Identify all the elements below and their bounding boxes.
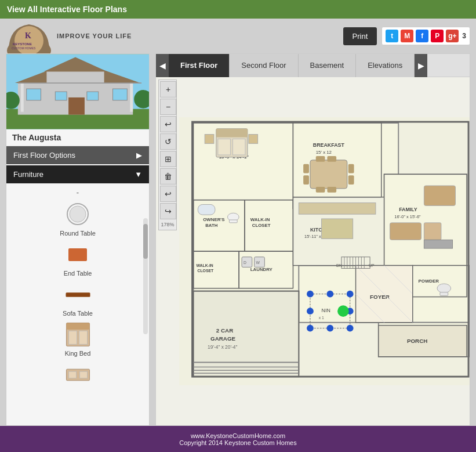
svg-text:16'-0" x 15'-6": 16'-0" x 15'-6": [394, 214, 421, 219]
furniture-dropdown[interactable]: Furniture ▼: [6, 165, 149, 183]
header-right: Print t M f P g+ 3: [343, 27, 470, 45]
svg-text:CLOSET: CLOSET: [197, 269, 214, 273]
gmail-icon[interactable]: M: [401, 30, 413, 42]
tabs-row: ◀ First Floor Second Floor Basement Elev…: [156, 54, 470, 77]
gplus-icon[interactable]: g+: [446, 30, 459, 42]
svg-point-105: [347, 325, 354, 332]
svg-text:KEYSTONE: KEYSTONE: [13, 42, 32, 46]
left-panel: The Augusta First Floor Options ▶ Furnit…: [6, 53, 150, 426]
logo-text: IMPROVE YOUR LIFE: [57, 32, 132, 39]
svg-text:NIN: NIN: [322, 308, 330, 313]
svg-text:BATH: BATH: [205, 223, 218, 228]
svg-rect-85: [424, 240, 452, 248]
undo-button[interactable]: ↩: [160, 186, 176, 202]
logo: K KEYSTONE CUSTOM HOMES: [6, 19, 52, 53]
header-row: K KEYSTONE CUSTOM HOMES IMPROVE YOUR LIF…: [0, 19, 476, 53]
extra-furniture-icon: [65, 361, 91, 388]
content-area: The Augusta First Floor Options ▶ Furnit…: [0, 53, 476, 426]
svg-rect-30: [68, 371, 76, 378]
svg-point-101: [307, 308, 314, 314]
svg-rect-58: [218, 139, 231, 155]
twitter-icon[interactable]: t: [386, 30, 398, 42]
floor-options-arrow-icon: ▶: [136, 151, 142, 160]
social-bar: t M f P g+ 3: [381, 27, 470, 45]
svg-text:PORCH: PORCH: [407, 338, 427, 344]
scroll-thumb: [143, 224, 148, 259]
svg-rect-76: [303, 175, 309, 185]
round-table-icon: [65, 201, 91, 227]
svg-rect-57: [216, 129, 248, 138]
furniture-label: Furniture: [13, 170, 43, 179]
svg-rect-13: [55, 92, 67, 100]
sofa-table-icon: [65, 281, 91, 308]
end-table-label: End Table: [64, 270, 92, 277]
reset-button[interactable]: ↺: [160, 133, 176, 150]
zoom-level-label: 178%: [160, 220, 175, 229]
svg-rect-9: [46, 71, 104, 86]
zoom-out-button[interactable]: −: [160, 99, 176, 115]
social-count: 3: [462, 32, 466, 40]
tab-elevations[interactable]: Elevations: [356, 54, 415, 77]
back-button[interactable]: ↩: [160, 116, 176, 132]
furniture-item[interactable]: King Bed: [11, 321, 144, 357]
svg-rect-84: [424, 223, 441, 240]
tabs-next-button[interactable]: ▶: [415, 54, 427, 77]
delete-button[interactable]: 🗑: [160, 168, 176, 185]
svg-rect-128: [198, 204, 215, 215]
print-button[interactable]: Print: [343, 27, 377, 45]
svg-rect-70: [310, 160, 347, 189]
svg-rect-71: [316, 156, 325, 162]
svg-rect-82: [424, 186, 455, 205]
svg-rect-74: [327, 187, 336, 193]
svg-text:BREAKFAST: BREAKFAST: [313, 142, 345, 148]
svg-text:W: W: [256, 261, 260, 265]
svg-rect-109: [194, 291, 299, 377]
svg-rect-17: [130, 83, 133, 112]
tab-first-floor[interactable]: First Floor: [169, 54, 230, 77]
layout-button[interactable]: ⊞: [160, 151, 176, 167]
svg-rect-23: [68, 248, 87, 261]
svg-text:POWDER: POWDER: [419, 279, 439, 284]
floor-plan-canvas: + − ↩ ↺ ⊞ 🗑 ↩ ↪ 178%: [156, 77, 470, 425]
svg-point-103: [307, 325, 314, 332]
svg-point-100: [347, 291, 354, 298]
footer: www.KeystoneCustomHome.com Copyright 201…: [0, 426, 476, 452]
svg-rect-77: [348, 164, 354, 173]
svg-rect-73: [316, 187, 325, 193]
floor-options-label: First Floor Options: [13, 151, 75, 160]
svg-text:GARAGE: GARAGE: [210, 335, 236, 342]
svg-rect-27: [68, 331, 77, 344]
svg-rect-75: [303, 164, 309, 173]
svg-rect-83: [390, 223, 421, 240]
furniture-item[interactable]: End Table: [11, 241, 144, 277]
svg-text:OWNER'S: OWNER'S: [203, 217, 224, 222]
svg-text:D: D: [244, 261, 246, 265]
floor-options-button[interactable]: First Floor Options ▶: [6, 146, 149, 164]
svg-rect-61: [249, 135, 258, 144]
facebook-icon[interactable]: f: [416, 30, 428, 42]
svg-rect-78: [348, 175, 354, 185]
king-bed-label: King Bed: [65, 350, 91, 357]
scrollbar[interactable]: [143, 218, 148, 334]
svg-rect-65: [299, 203, 376, 215]
svg-rect-16: [21, 83, 24, 112]
furniture-item[interactable]: Round Table: [11, 201, 144, 237]
zoom-in-button[interactable]: +: [160, 81, 176, 97]
top-bar-label: View All Interactive Floor Plans: [7, 5, 127, 14]
tabs-prev-button[interactable]: ◀: [156, 54, 169, 77]
footer-copyright: Copyright 2014 Keystone Custom Homes: [179, 439, 296, 446]
king-bed-icon: [65, 321, 91, 348]
furniture-item[interactable]: [11, 361, 144, 388]
svg-point-22: [70, 206, 86, 222]
pinterest-icon[interactable]: P: [431, 30, 444, 42]
svg-text:15' x 12: 15' x 12: [316, 150, 332, 155]
svg-text:CUSTOM HOMES: CUSTOM HOMES: [12, 46, 36, 50]
svg-rect-24: [66, 292, 90, 297]
sofa-table-label: Sofa Table: [63, 310, 93, 317]
tab-basement[interactable]: Basement: [299, 54, 357, 77]
svg-text:CLOSET: CLOSET: [252, 223, 271, 228]
top-bar: View All Interactive Floor Plans: [0, 0, 476, 19]
redo-button[interactable]: ↪: [160, 203, 176, 219]
furniture-item[interactable]: Sofa Table: [11, 281, 144, 317]
tab-second-floor[interactable]: Second Floor: [230, 54, 298, 77]
